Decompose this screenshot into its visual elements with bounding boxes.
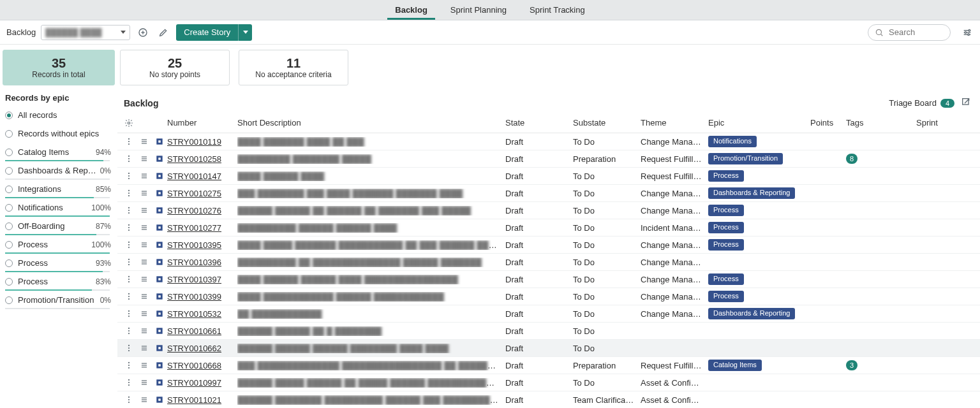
table-row[interactable]: STRY0010661 ██████ ██████ ██ █ ████████ … — [117, 323, 980, 340]
row-actions-menu[interactable] — [121, 258, 137, 266]
col-state[interactable]: State — [505, 118, 573, 127]
search-box[interactable] — [868, 24, 951, 41]
epic-filter-item[interactable]: Process 100% — [3, 237, 115, 256]
epic-filter-item[interactable]: Dashboards & Reporting 0% — [3, 163, 115, 182]
edit-button[interactable] — [156, 25, 171, 40]
table-row[interactable]: STRY0011021 ██████ ████████ ██████████ █… — [117, 391, 980, 408]
row-drag-handle[interactable] — [137, 240, 152, 249]
epic-filter-item[interactable]: Promotion/Transition 0% — [3, 293, 115, 311]
epic-pill[interactable]: Catalog Items — [708, 360, 762, 370]
row-actions-menu[interactable] — [121, 395, 137, 404]
story-number-link[interactable]: STRY0010275 — [167, 189, 221, 198]
table-row[interactable]: STRY0010277 ██████████ ██████ ██████ ███… — [117, 219, 980, 237]
epic-pill[interactable]: Process — [708, 205, 744, 215]
story-number-link[interactable]: STRY0010997 — [167, 378, 221, 388]
row-actions-menu[interactable] — [121, 223, 137, 232]
row-drag-handle[interactable] — [137, 223, 152, 232]
stat-card-no-story-points[interactable]: 25 No story points — [120, 50, 230, 85]
epic-pill[interactable]: Promotion/Transition — [708, 153, 783, 164]
row-drag-handle[interactable] — [137, 275, 152, 284]
col-tags[interactable]: Tags — [846, 118, 916, 127]
story-number-link[interactable]: STRY0010661 — [167, 326, 221, 336]
epic-filter-item[interactable]: Off-Boarding 87% — [3, 219, 115, 237]
table-row[interactable]: STRY0010668 ███ ██████████████ █████████… — [117, 357, 980, 374]
table-row[interactable]: STRY0010662 ██████ ██████ ██████ ███████… — [117, 340, 980, 357]
col-theme[interactable]: Theme — [641, 118, 708, 127]
epic-filter-item[interactable]: Notifications 100% — [3, 200, 115, 219]
row-drag-handle[interactable] — [137, 292, 152, 301]
story-number-link[interactable]: STRY0010277 — [167, 223, 221, 233]
row-drag-handle[interactable] — [137, 171, 152, 180]
story-number-link[interactable]: STRY0010395 — [167, 240, 221, 250]
table-row[interactable]: STRY0010396 ██████████ ██ ██████████████… — [117, 254, 980, 271]
epic-pill[interactable]: Process — [708, 239, 744, 250]
tag-count-badge[interactable]: 3 — [846, 360, 858, 370]
row-drag-handle[interactable] — [137, 189, 152, 198]
row-drag-handle[interactable] — [137, 309, 152, 318]
row-actions-menu[interactable] — [121, 292, 137, 301]
tag-count-badge[interactable]: 8 — [846, 154, 858, 164]
table-row[interactable]: STRY0010275 ███ ████████ ███ ████ ██████… — [117, 185, 980, 202]
stat-card-no-acceptance[interactable]: 11 No acceptance criteria — [239, 50, 348, 85]
table-row[interactable]: STRY0010395 ████ █████ ███████ █████████… — [117, 237, 980, 254]
row-drag-handle[interactable] — [137, 361, 152, 370]
story-number-link[interactable]: STRY0010399 — [167, 292, 221, 302]
col-number[interactable]: Number — [167, 118, 237, 127]
stat-card-records-total[interactable]: 35 Records in total — [3, 50, 115, 85]
story-number-link[interactable]: STRY0010397 — [167, 275, 221, 284]
row-actions-menu[interactable] — [121, 154, 137, 163]
row-drag-handle[interactable] — [137, 206, 152, 215]
row-actions-menu[interactable] — [121, 137, 137, 146]
row-actions-menu[interactable] — [121, 344, 137, 353]
table-row[interactable]: STRY0010147 ████ ██████ ████ Draft To Do… — [117, 168, 980, 185]
create-story-dropdown[interactable] — [238, 24, 252, 41]
table-row[interactable]: STRY0010399 ████ ████████████ ██████ ███… — [117, 288, 980, 305]
epic-filter-item[interactable]: Process 83% — [3, 274, 115, 293]
epic-filter-item[interactable]: Records without epics — [3, 126, 115, 145]
row-drag-handle[interactable] — [137, 258, 152, 266]
tab-sprint-planning[interactable]: Sprint Planning — [439, 0, 518, 20]
epic-pill[interactable]: Notifications — [708, 136, 757, 147]
row-drag-handle[interactable] — [137, 137, 152, 146]
story-number-link[interactable]: STRY0011021 — [167, 395, 221, 405]
filter-settings-button[interactable] — [960, 25, 975, 40]
search-input[interactable] — [887, 27, 939, 38]
row-actions-menu[interactable] — [121, 309, 137, 318]
col-substate[interactable]: Substate — [573, 118, 641, 127]
row-actions-menu[interactable] — [121, 275, 137, 284]
row-actions-menu[interactable] — [121, 206, 137, 215]
backlog-select[interactable]: ██████ ████ — [41, 25, 130, 40]
epic-pill[interactable]: Dashboards & Reporting — [708, 187, 795, 198]
story-number-link[interactable]: STRY0010668 — [167, 361, 221, 370]
row-drag-handle[interactable] — [137, 395, 152, 404]
table-row[interactable]: STRY0010258 █████████ ████████ █████ Dra… — [117, 150, 980, 168]
open-external-icon[interactable] — [961, 97, 971, 109]
table-row[interactable]: STRY0010397 ████ ██████ ██████ ████ ████… — [117, 271, 980, 288]
table-row[interactable]: STRY0010997 ██████ █████ ██████ ██ █████… — [117, 374, 980, 391]
epic-pill[interactable]: Process — [708, 291, 744, 302]
epic-filter-item[interactable]: Integrations 85% — [3, 182, 115, 200]
col-sprint[interactable]: Sprint — [916, 118, 980, 127]
row-actions-menu[interactable] — [121, 361, 137, 370]
epic-filter-item[interactable]: All records — [3, 108, 115, 126]
row-drag-handle[interactable] — [137, 326, 152, 335]
epic-pill[interactable]: Process — [708, 222, 744, 233]
tab-sprint-tracking[interactable]: Sprint Tracking — [518, 0, 597, 20]
row-actions-menu[interactable] — [121, 378, 137, 387]
create-story-main[interactable]: Create Story — [176, 24, 238, 41]
row-actions-menu[interactable] — [121, 240, 137, 249]
epic-filter-item[interactable]: Catalog Items 94% — [3, 145, 115, 163]
row-actions-menu[interactable] — [121, 326, 137, 335]
story-number-link[interactable]: STRY0010276 — [167, 206, 221, 215]
row-actions-menu[interactable] — [121, 189, 137, 198]
add-circle-button[interactable] — [135, 25, 151, 40]
col-epic[interactable]: Epic — [708, 118, 810, 127]
col-points[interactable]: Points — [810, 118, 846, 127]
row-drag-handle[interactable] — [137, 154, 152, 163]
story-number-link[interactable]: STRY0010396 — [167, 258, 221, 267]
table-row[interactable]: STRY0010276 ██████ ██████ ██ ██████ ██ █… — [117, 202, 980, 219]
story-number-link[interactable]: STRY0010147 — [167, 171, 221, 181]
story-number-link[interactable]: STRY0010119 — [167, 137, 221, 147]
story-number-link[interactable]: STRY0010258 — [167, 154, 221, 164]
epic-filter-item[interactable]: Process 93% — [3, 256, 115, 274]
